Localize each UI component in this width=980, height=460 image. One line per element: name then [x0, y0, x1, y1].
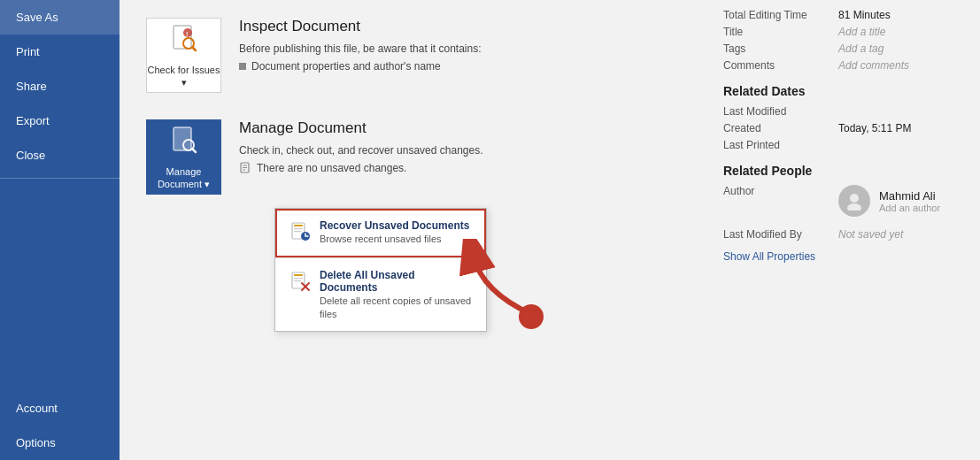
delete-unsaved-item[interactable]: Delete All Unsaved Documents Delete all … — [275, 258, 486, 331]
document-icon — [239, 162, 251, 174]
check-for-issues-button[interactable]: ! Check for Issues ▾ — [146, 18, 221, 93]
recover-sublabel: Browse recent unsaved files — [320, 234, 442, 244]
manage-doc-label: Manage Document ▾ — [147, 165, 220, 191]
title-row: Title Add a title — [723, 26, 962, 38]
manage-document-button[interactable]: Manage Document ▾ — [146, 119, 221, 195]
svg-line-7 — [192, 149, 196, 152]
delete-icon — [289, 271, 311, 296]
comments-label: Comments — [723, 59, 838, 72]
svg-rect-20 — [294, 280, 301, 281]
last-printed-label: Last Printed — [723, 139, 838, 151]
sidebar-item-share[interactable]: Share — [0, 69, 120, 104]
tags-label: Tags — [723, 42, 838, 55]
last-modified-row: Last Modified — [723, 105, 962, 118]
inspect-section: ! Check for Issues ▾ Inspect Document Be… — [146, 18, 679, 93]
created-value: Today, 5:11 PM — [838, 122, 912, 134]
related-people-heading: Related People — [723, 164, 962, 178]
manage-icon — [168, 124, 200, 162]
recover-icon — [289, 221, 311, 247]
sidebar-item-close[interactable]: Close — [0, 138, 120, 172]
related-dates-heading: Related Dates — [723, 84, 962, 98]
author-label: Author — [723, 185, 838, 197]
recover-label: Recover Unsaved Documents — [320, 219, 469, 232]
tags-value: Add a tag — [838, 42, 884, 55]
manage-title: Manage Document — [239, 119, 483, 137]
editing-time-label: Total Editing Time — [723, 9, 838, 21]
manage-text: Manage Document Check in, check out, and… — [239, 119, 483, 174]
sidebar-item-print[interactable]: Print — [0, 34, 120, 69]
svg-rect-15 — [294, 231, 301, 232]
last-modified-by-label: Last Modified By — [723, 228, 838, 241]
bullet-icon — [239, 63, 246, 70]
title-value: Add a title — [838, 26, 885, 38]
created-row: Created Today, 5:11 PM — [723, 122, 962, 134]
recover-unsaved-item[interactable]: Recover Unsaved Documents Browse recent … — [275, 209, 486, 257]
inspect-description: Before publishing this file, be aware th… — [239, 42, 482, 55]
svg-point-24 — [519, 304, 544, 329]
tags-row: Tags Add a tag — [723, 42, 962, 55]
manage-description: Check in, check out, and recover unsaved… — [239, 144, 483, 157]
sidebar-item-account[interactable]: Account — [0, 391, 120, 426]
arrow-indicator — [456, 239, 553, 339]
author-details: Mahmid Ali Add an author — [838, 185, 940, 224]
author-row: Mahmid Ali Add an author — [838, 185, 940, 217]
inspect-text: Inspect Document Before publishing this … — [239, 18, 482, 73]
delete-label: Delete All Unsaved Documents — [320, 269, 472, 294]
sidebar: Save As Print Share Export Close Account… — [0, 0, 120, 460]
last-modified-by-value: Not saved yet — [838, 228, 903, 241]
comments-value: Add comments — [838, 59, 909, 72]
sidebar-item-options[interactable]: Options — [0, 426, 120, 460]
manage-section: Manage Document ▾ Manage Document Check … — [146, 119, 679, 195]
manage-status: There are no unsaved changes. — [239, 162, 483, 174]
sidebar-item-save-as[interactable]: Save As — [0, 0, 120, 34]
sidebar-divider — [0, 178, 120, 179]
last-modified-by-row: Last Modified By Not saved yet — [723, 228, 962, 241]
created-label: Created — [723, 122, 838, 134]
author-section: Author Mahmid Ali Add an author — [723, 185, 962, 224]
check-issues-label: Check for Issues ▾ — [147, 64, 220, 89]
svg-rect-19 — [294, 278, 303, 279]
main-content: ! Check for Issues ▾ Inspect Document Be… — [120, 0, 706, 460]
inspect-title: Inspect Document — [239, 18, 482, 35]
svg-text:!: ! — [186, 31, 188, 37]
last-modified-label: Last Modified — [723, 105, 838, 118]
info-panel: Total Editing Time 81 Minutes Title Add … — [706, 0, 980, 460]
person-icon — [845, 191, 864, 211]
svg-point-25 — [850, 194, 859, 203]
show-all-properties-link[interactable]: Show All Properties — [723, 250, 815, 263]
author-name: Mahmid Ali — [879, 189, 940, 203]
editing-time-value: 81 Minutes — [838, 9, 891, 21]
svg-rect-14 — [294, 228, 303, 229]
svg-point-26 — [847, 203, 861, 211]
title-label: Title — [723, 26, 838, 38]
svg-rect-18 — [294, 274, 303, 276]
inspect-bullet: Document properties and author's name — [239, 60, 482, 73]
last-printed-row: Last Printed — [723, 139, 962, 151]
avatar — [838, 185, 870, 217]
delete-sublabel: Delete all recent copies of unsaved file… — [320, 295, 471, 319]
comments-row: Comments Add comments — [723, 59, 962, 72]
manage-dropdown: Recover Unsaved Documents Browse recent … — [274, 208, 487, 332]
svg-line-2 — [192, 47, 196, 50]
inspect-icon: ! — [168, 22, 200, 60]
editing-time-row: Total Editing Time 81 Minutes — [723, 9, 962, 21]
sidebar-item-export[interactable]: Export — [0, 104, 120, 138]
add-author[interactable]: Add an author — [879, 203, 940, 213]
svg-rect-13 — [294, 225, 303, 226]
